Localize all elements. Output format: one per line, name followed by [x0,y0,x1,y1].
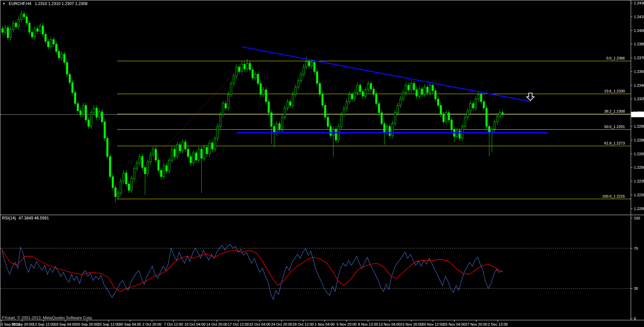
candle-body [440,105,442,114]
rsi-indicator-header: RSI(14) 47.3849 46.5591 [2,216,49,220]
time-axis-label: 29 Oct 12:00 [293,322,314,326]
price-axis-tick-label: 1.2400 [634,29,644,33]
candle-body [136,163,138,168]
candle-body [381,113,383,124]
candle-body [349,94,350,102]
candle-body [155,149,157,160]
fib-diagonal-line[interactable] [117,62,245,199]
candle-body [198,149,200,160]
candle-body [397,105,399,113]
candle-body [443,115,444,122]
time-axis-label: 25 Sep 12:00 [97,322,119,326]
candle-body [254,74,256,78]
candle-body [480,94,482,102]
candle-body [2,29,3,32]
candle-body [34,29,36,37]
candle-body [90,113,92,126]
candle-body [448,113,450,120]
candle-body [343,108,345,115]
fib-level-label: 38.2_1.2308 [604,109,625,113]
candle-body [252,70,253,78]
candle-body [346,102,348,108]
candle-body [123,173,124,181]
time-axis-label: 30 Sep 04:00 [119,322,141,326]
time-axis-label: 5 Nov 20:00 [336,322,356,326]
candle-body [80,111,81,115]
fib-level-label: 23.6_1.2330 [604,89,625,93]
time-axis-label: 7 Oct 12:00 [164,322,183,326]
price-axis-tick-label: 1.2340 [634,83,644,87]
chart-surface[interactable]: 0.0_1.236623.6_1.233038.2_1.230850.0_1.2… [0,0,644,327]
candle-body [405,85,407,93]
candle-body [416,90,417,96]
fib-level-label: 100.0_1.2215 [602,194,625,198]
candle-body [104,122,106,138]
candle-body [55,44,57,51]
time-axis-label: 10 Oct 04:00 [185,322,206,326]
candle-body [193,153,194,163]
candle-body [370,83,372,89]
candle-body [432,85,434,91]
candle-body [61,54,63,58]
time-axis-label: 10 Sep 20:00 [11,322,33,326]
price-axis-tick-label: 1.2325 [634,97,644,101]
candle-body [427,87,428,92]
candle-body [112,177,114,188]
price-axis-tick-label: 1.2235 [634,179,644,183]
candle-body [74,92,76,104]
candle-body [128,184,130,190]
candle-body [456,131,458,136]
price-axis-tick-label: 1.2385 [634,42,644,46]
candle-body [101,112,103,122]
price-axis-tick-label: 1.2280 [634,138,644,142]
price-axis-tick-label: 1.2355 [634,70,644,74]
trendline-descending-resistance[interactable] [242,47,531,101]
candle-body [314,63,315,72]
ohlc-quotes-label: 1.2310 1.2310 1.2307 1.2308 [35,1,87,6]
candle-body [351,94,353,99]
candle-body [295,87,296,94]
candle-body [437,99,439,105]
candle-body [284,108,286,117]
price-axis-tick-label: 1.2295 [634,124,644,128]
rsi-signal-line [2,249,503,292]
candle-body [424,87,426,94]
chart-collapse-icon[interactable]: ▼ [2,2,5,5]
candle-body [144,167,146,174]
candle-body [64,54,65,62]
candle-body [15,23,17,27]
candle-body [273,126,275,133]
copyright-label: FXstart, © 2001-2013, MetaQuotes Softwar… [2,316,93,320]
candle-body [147,162,149,174]
candle-body [219,115,221,126]
symbol-timeframe-label: EURCHF,H4 [9,1,31,6]
rsi-axis-tick-label: 30 [634,286,638,290]
price-axis-tick-label: 1.2250 [634,165,644,169]
time-axis-label: 24 Oct 20:00 [271,322,292,326]
candle-body [98,112,100,117]
price-axis-tick-label: 1.2265 [634,152,644,156]
candle-body [459,131,460,138]
candle-body [166,166,167,171]
candle-body [389,126,391,135]
candle-body [7,28,9,38]
candle-body [316,72,318,83]
candle-body [77,104,79,111]
time-axis-label: 27 Nov 20:00 [465,322,487,326]
candle-body [31,32,33,37]
candle-body [10,30,11,38]
down-arrow-icon[interactable] [527,93,534,100]
candle-body [150,155,151,162]
candle-body [115,188,116,197]
candle-body [222,104,224,115]
candle-body [475,99,477,108]
candle-body [69,74,71,82]
candle-body [386,126,388,133]
candle-body [499,113,501,116]
candle-body [330,126,331,135]
time-axis-label: 2 Dec 12:00 [488,322,508,326]
candle-body [324,105,326,117]
candle-body [214,138,216,149]
candle-body [400,99,401,105]
candle-body [72,83,73,93]
